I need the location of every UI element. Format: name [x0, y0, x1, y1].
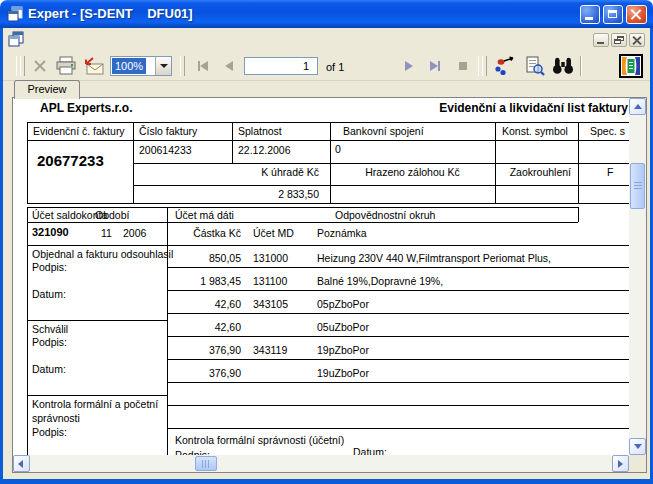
next-page-button[interactable] [398, 55, 420, 77]
footer-check-label: Kontrola formální správnosti (účetní) [175, 435, 344, 446]
search-expert-button[interactable] [522, 55, 548, 77]
line-note: 19uZboPor [317, 367, 369, 379]
form-label: F [607, 167, 613, 178]
vertical-scrollbar[interactable] [629, 98, 646, 455]
vertical-scroll-thumb[interactable] [630, 163, 645, 209]
chevron-down-icon [160, 64, 168, 68]
column-header: Evidenční č. faktury [33, 126, 125, 137]
print-button[interactable] [54, 55, 78, 77]
maximize-button[interactable] [603, 5, 623, 24]
report-viewer: APL Experts.r.o. Evidenční a likvidační … [12, 97, 647, 473]
grid-line [27, 207, 578, 208]
amount-due: 2 833,50 [133, 189, 319, 200]
saldo-account-value: 321090 [32, 227, 69, 238]
export-button[interactable] [82, 55, 106, 77]
minimize-button[interactable] [580, 5, 600, 24]
period-label: Období [95, 210, 129, 221]
crystal-reports-logo [618, 55, 644, 77]
horizontal-scroll-thumb[interactable] [195, 456, 217, 471]
grid-line [27, 320, 167, 321]
column-header: Bankovní spojení [343, 126, 424, 137]
arrow-right-icon [618, 460, 623, 468]
scroll-right-button[interactable] [612, 455, 629, 472]
line-amount: 376,90 [167, 367, 241, 379]
group-tree-button[interactable] [492, 55, 518, 77]
document-title: Evidenční a likvidační list faktury [293, 103, 628, 114]
document-magnifier-icon [524, 56, 546, 76]
application-icon[interactable] [7, 6, 23, 22]
note-column-header: Poznámka [317, 228, 367, 239]
grid-line [27, 140, 629, 141]
mdi-close-button[interactable] [629, 33, 645, 47]
invoice-number: 200614233 [139, 145, 192, 156]
last-page-button[interactable] [424, 55, 446, 77]
account-column-header: Účet MD [253, 228, 294, 239]
sign-check-title-line1: Kontrola formální a početní [32, 399, 158, 410]
close-button[interactable] [626, 5, 647, 24]
line-amount: 850,05 [167, 252, 241, 264]
bank-connection-value: 0 [335, 144, 341, 155]
close-preview-icon [32, 58, 48, 74]
grid-line [27, 222, 578, 223]
line-account: 343119 [253, 344, 287, 356]
due-date: 22.12.2006 [238, 145, 291, 156]
stop-loading-button[interactable] [452, 55, 474, 77]
scroll-up-button[interactable] [629, 98, 646, 115]
crystal-reports-logo-icon [619, 54, 643, 78]
binoculars-icon [551, 56, 575, 76]
thumb-grip [202, 460, 211, 468]
toolbar-grip [180, 56, 185, 76]
page-count-label: of 1 [326, 61, 344, 73]
arrow-left-icon [18, 460, 23, 468]
grid-line [27, 203, 629, 204]
sign-order-title: Objednal a fakturu odsouhlasil [32, 249, 173, 260]
debit-account-label: Účet má dáti [175, 210, 234, 221]
zoom-dropdown-button[interactable] [155, 57, 171, 75]
document-icon[interactable] [8, 31, 24, 47]
line-note: Heizung 230V 440 W,Filmtransport Perioma… [317, 252, 551, 264]
mdi-restore-icon [614, 39, 621, 44]
sign-order-signature-label: Podpis: [32, 262, 67, 273]
grid-line [578, 207, 579, 222]
previous-page-button[interactable] [218, 55, 240, 77]
line-note: 19pZboPor [317, 344, 369, 356]
sign-approve-title: Schválil [32, 324, 68, 335]
mdi-minimize-icon [597, 42, 604, 44]
mdi-restore-button[interactable] [611, 33, 627, 47]
company-name: APL Experts.r.o. [40, 103, 132, 114]
evidence-number: 20677233 [37, 155, 104, 166]
sign-check-title-line2: správnosti [32, 413, 80, 424]
title-bar[interactable]: Expert - [S-DENT DFU01] [0, 0, 653, 28]
footer-date-label: Datum: [353, 447, 387, 455]
search-text-button[interactable] [550, 55, 576, 77]
grid-line [27, 207, 28, 455]
grid-line [133, 163, 629, 164]
rounding-label: Zaokrouhlení [495, 167, 571, 178]
booking-line-row: 850,05 131000 Heizung 230V 440 W,Filmtra… [167, 245, 629, 268]
maximize-icon [608, 10, 617, 18]
line-account: 131100 [253, 275, 287, 287]
report-page: APL Experts.r.o. Evidenční a likvidační … [13, 98, 629, 455]
scroll-down-button[interactable] [629, 438, 646, 455]
close-preview-button[interactable] [30, 55, 50, 77]
line-account: 343105 [253, 298, 288, 310]
first-page-button[interactable] [192, 55, 214, 77]
printer-icon [55, 56, 77, 76]
next-page-icon [405, 61, 413, 71]
mdi-minimize-button[interactable] [593, 33, 609, 47]
responsibility-label: Odpovědnostní okruh [335, 210, 435, 221]
stop-icon [459, 62, 467, 70]
column-header: Splatnost [238, 126, 282, 137]
tab-preview[interactable]: Preview [14, 80, 80, 99]
line-account: 131000 [253, 252, 288, 264]
column-header: Konst. symbol [502, 126, 568, 137]
scroll-left-button[interactable] [13, 455, 30, 472]
horizontal-scrollbar[interactable] [13, 455, 629, 472]
page-number-input[interactable] [244, 57, 318, 75]
window-title: Expert - [S-DENT DFU01] [28, 6, 193, 21]
booking-line-row: 376,90 343119 19pZboPor [167, 337, 629, 360]
toolbar-grip [482, 56, 487, 76]
last-page-icon [438, 61, 440, 71]
zoom-combobox[interactable]: 100% [110, 56, 172, 76]
grid-line [27, 122, 629, 123]
